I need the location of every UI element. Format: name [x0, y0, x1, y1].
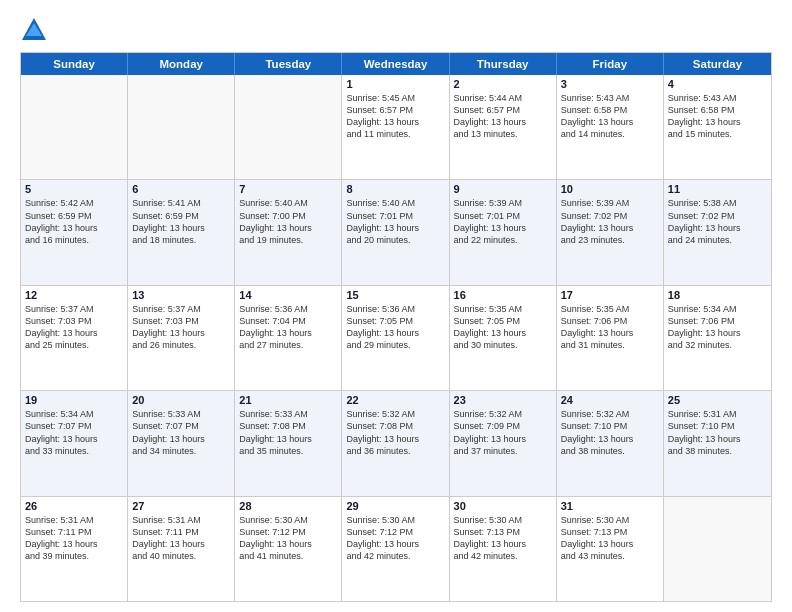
- cell-info-line: Daylight: 13 hours: [561, 433, 659, 445]
- day-number: 23: [454, 394, 552, 406]
- day-number: 28: [239, 500, 337, 512]
- cell-info-line: Sunrise: 5:34 AM: [668, 303, 767, 315]
- cell-info-line: Sunset: 7:09 PM: [454, 420, 552, 432]
- day-number: 2: [454, 78, 552, 90]
- cell-info-line: Sunrise: 5:36 AM: [239, 303, 337, 315]
- calendar-body: 1Sunrise: 5:45 AMSunset: 6:57 PMDaylight…: [21, 75, 771, 601]
- day-number: 13: [132, 289, 230, 301]
- cell-info-line: Sunrise: 5:39 AM: [454, 197, 552, 209]
- cell-info-line: Daylight: 13 hours: [25, 222, 123, 234]
- cell-info-line: Sunset: 7:06 PM: [668, 315, 767, 327]
- cell-info-line: Daylight: 13 hours: [561, 116, 659, 128]
- cell-info-line: Sunset: 7:11 PM: [25, 526, 123, 538]
- cell-info-line: and 42 minutes.: [454, 550, 552, 562]
- cell-info-line: Sunrise: 5:38 AM: [668, 197, 767, 209]
- cell-info-line: and 42 minutes.: [346, 550, 444, 562]
- day-number: 21: [239, 394, 337, 406]
- day-number: 6: [132, 183, 230, 195]
- cell-info-line: and 27 minutes.: [239, 339, 337, 351]
- cell-info-line: Sunrise: 5:45 AM: [346, 92, 444, 104]
- cell-info-line: Sunrise: 5:30 AM: [239, 514, 337, 526]
- cell-info-line: Sunrise: 5:44 AM: [454, 92, 552, 104]
- day-number: 3: [561, 78, 659, 90]
- cell-info-line: and 11 minutes.: [346, 128, 444, 140]
- cell-info-line: Sunrise: 5:43 AM: [561, 92, 659, 104]
- calendar-cell-4-3: 21Sunrise: 5:33 AMSunset: 7:08 PMDayligh…: [235, 391, 342, 495]
- day-number: 31: [561, 500, 659, 512]
- calendar-cell-1-7: 4Sunrise: 5:43 AMSunset: 6:58 PMDaylight…: [664, 75, 771, 179]
- calendar-cell-2-3: 7Sunrise: 5:40 AMSunset: 7:00 PMDaylight…: [235, 180, 342, 284]
- day-number: 16: [454, 289, 552, 301]
- cell-info-line: and 19 minutes.: [239, 234, 337, 246]
- cell-info-line: Daylight: 13 hours: [454, 433, 552, 445]
- cell-info-line: and 26 minutes.: [132, 339, 230, 351]
- page-header: [20, 16, 772, 44]
- cell-info-line: Sunrise: 5:39 AM: [561, 197, 659, 209]
- logo-icon: [20, 16, 48, 44]
- calendar: SundayMondayTuesdayWednesdayThursdayFrid…: [20, 52, 772, 602]
- cell-info-line: Sunrise: 5:42 AM: [25, 197, 123, 209]
- weekday-header-saturday: Saturday: [664, 53, 771, 75]
- cell-info-line: Daylight: 13 hours: [561, 222, 659, 234]
- cell-info-line: Daylight: 13 hours: [132, 327, 230, 339]
- day-number: 30: [454, 500, 552, 512]
- calendar-cell-3-5: 16Sunrise: 5:35 AMSunset: 7:05 PMDayligh…: [450, 286, 557, 390]
- calendar-cell-2-5: 9Sunrise: 5:39 AMSunset: 7:01 PMDaylight…: [450, 180, 557, 284]
- day-number: 19: [25, 394, 123, 406]
- cell-info-line: and 24 minutes.: [668, 234, 767, 246]
- calendar-cell-1-6: 3Sunrise: 5:43 AMSunset: 6:58 PMDaylight…: [557, 75, 664, 179]
- cell-info-line: and 33 minutes.: [25, 445, 123, 457]
- calendar-cell-4-7: 25Sunrise: 5:31 AMSunset: 7:10 PMDayligh…: [664, 391, 771, 495]
- day-number: 18: [668, 289, 767, 301]
- cell-info-line: Daylight: 13 hours: [346, 222, 444, 234]
- cell-info-line: and 30 minutes.: [454, 339, 552, 351]
- cell-info-line: and 15 minutes.: [668, 128, 767, 140]
- cell-info-line: Sunset: 6:59 PM: [25, 210, 123, 222]
- cell-info-line: and 43 minutes.: [561, 550, 659, 562]
- calendar-cell-3-2: 13Sunrise: 5:37 AMSunset: 7:03 PMDayligh…: [128, 286, 235, 390]
- cell-info-line: Sunset: 6:59 PM: [132, 210, 230, 222]
- cell-info-line: Sunset: 7:12 PM: [346, 526, 444, 538]
- cell-info-line: Daylight: 13 hours: [25, 433, 123, 445]
- cell-info-line: Sunrise: 5:36 AM: [346, 303, 444, 315]
- cell-info-line: and 25 minutes.: [25, 339, 123, 351]
- calendar-cell-2-1: 5Sunrise: 5:42 AMSunset: 6:59 PMDaylight…: [21, 180, 128, 284]
- cell-info-line: Sunset: 7:05 PM: [454, 315, 552, 327]
- cell-info-line: Sunset: 7:11 PM: [132, 526, 230, 538]
- calendar-row-4: 19Sunrise: 5:34 AMSunset: 7:07 PMDayligh…: [21, 390, 771, 495]
- cell-info-line: Daylight: 13 hours: [25, 538, 123, 550]
- cell-info-line: Sunset: 7:04 PM: [239, 315, 337, 327]
- day-number: 9: [454, 183, 552, 195]
- cell-info-line: Sunset: 7:07 PM: [132, 420, 230, 432]
- cell-info-line: and 41 minutes.: [239, 550, 337, 562]
- cell-info-line: Sunrise: 5:31 AM: [132, 514, 230, 526]
- cell-info-line: Sunset: 6:58 PM: [561, 104, 659, 116]
- day-number: 14: [239, 289, 337, 301]
- cell-info-line: Sunset: 7:10 PM: [561, 420, 659, 432]
- day-number: 5: [25, 183, 123, 195]
- cell-info-line: Daylight: 13 hours: [454, 327, 552, 339]
- calendar-cell-5-4: 29Sunrise: 5:30 AMSunset: 7:12 PMDayligh…: [342, 497, 449, 601]
- cell-info-line: Sunset: 7:13 PM: [454, 526, 552, 538]
- cell-info-line: and 35 minutes.: [239, 445, 337, 457]
- cell-info-line: Sunrise: 5:33 AM: [132, 408, 230, 420]
- calendar-cell-4-6: 24Sunrise: 5:32 AMSunset: 7:10 PMDayligh…: [557, 391, 664, 495]
- day-number: 4: [668, 78, 767, 90]
- cell-info-line: Daylight: 13 hours: [132, 222, 230, 234]
- weekday-header-sunday: Sunday: [21, 53, 128, 75]
- cell-info-line: Sunset: 7:02 PM: [668, 210, 767, 222]
- day-number: 15: [346, 289, 444, 301]
- day-number: 24: [561, 394, 659, 406]
- cell-info-line: Sunset: 7:01 PM: [346, 210, 444, 222]
- day-number: 17: [561, 289, 659, 301]
- calendar-cell-5-1: 26Sunrise: 5:31 AMSunset: 7:11 PMDayligh…: [21, 497, 128, 601]
- cell-info-line: Sunrise: 5:30 AM: [346, 514, 444, 526]
- cell-info-line: Sunset: 7:05 PM: [346, 315, 444, 327]
- calendar-row-3: 12Sunrise: 5:37 AMSunset: 7:03 PMDayligh…: [21, 285, 771, 390]
- calendar-cell-2-7: 11Sunrise: 5:38 AMSunset: 7:02 PMDayligh…: [664, 180, 771, 284]
- cell-info-line: Sunrise: 5:40 AM: [346, 197, 444, 209]
- cell-info-line: Sunrise: 5:35 AM: [561, 303, 659, 315]
- cell-info-line: and 29 minutes.: [346, 339, 444, 351]
- logo: [20, 16, 52, 44]
- cell-info-line: Daylight: 13 hours: [454, 538, 552, 550]
